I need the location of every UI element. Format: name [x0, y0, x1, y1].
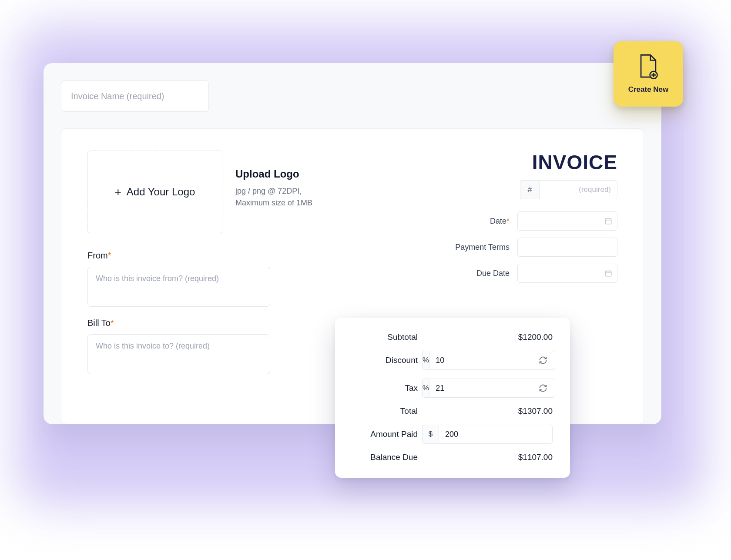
subtotal-value: $1200.00 [518, 332, 553, 342]
new-document-icon [637, 54, 659, 79]
tax-input[interactable] [429, 379, 555, 398]
tax-unit: % [422, 379, 429, 398]
amount-paid-input[interactable] [439, 425, 553, 444]
invoice-meta: Date* Payment Terms Due Date [426, 211, 617, 290]
invoice-title: INVOICE [532, 151, 617, 174]
payment-terms-input[interactable] [517, 238, 617, 257]
date-input[interactable] [517, 211, 617, 231]
discount-unit: % [422, 351, 429, 370]
upload-logo-info: Upload Logo jpg / png @ 72DPI, Maximum s… [235, 168, 366, 209]
due-date-label: Due Date [476, 269, 510, 278]
date-label: Date* [490, 217, 510, 226]
svg-rect-0 [605, 219, 611, 224]
from-label: From [87, 251, 108, 260]
due-date-input[interactable] [517, 264, 617, 283]
tax-label: Tax [352, 383, 418, 393]
bill-to-textarea[interactable] [87, 334, 270, 374]
upload-logo-heading: Upload Logo [235, 168, 366, 180]
create-new-button[interactable]: Create New [614, 41, 683, 107]
invoice-number-input[interactable] [539, 180, 617, 199]
balance-due-label: Balance Due [352, 453, 418, 462]
plus-icon: + [115, 185, 121, 199]
upload-hint-line2: Maximum size of 1MB [235, 198, 312, 207]
subtotal-label: Subtotal [352, 332, 418, 342]
from-block: From* [87, 251, 270, 309]
discount-label: Discount [352, 355, 418, 365]
svg-rect-1 [605, 271, 611, 276]
cycle-icon[interactable] [539, 356, 547, 365]
discount-input[interactable] [429, 351, 555, 370]
add-logo-label: Add Your Logo [127, 186, 195, 198]
calendar-icon [604, 269, 612, 277]
bill-to-block: Bill To* [87, 318, 270, 376]
calendar-icon [604, 217, 612, 225]
create-new-label: Create New [628, 85, 669, 94]
invoice-number-prefix: # [520, 180, 539, 199]
totals-card: Subtotal $1200.00 Discount % Tax % Total… [335, 318, 570, 478]
add-logo-dropzone[interactable]: + Add Your Logo [87, 151, 222, 233]
balance-due-value: $1107.00 [518, 453, 553, 462]
from-textarea[interactable] [87, 267, 270, 307]
amount-paid-unit: $ [422, 425, 439, 444]
payment-terms-label: Payment Terms [455, 243, 510, 252]
bill-to-label: Bill To [87, 318, 111, 328]
invoice-name-input[interactable] [61, 80, 209, 112]
invoice-number-row: # [520, 180, 617, 199]
upload-hint-line1: jpg / png @ 72DPI, [235, 187, 302, 195]
total-value: $1307.00 [518, 406, 553, 416]
cycle-icon[interactable] [539, 384, 547, 392]
amount-paid-label: Amount Paid [352, 429, 418, 439]
total-label: Total [352, 406, 418, 416]
